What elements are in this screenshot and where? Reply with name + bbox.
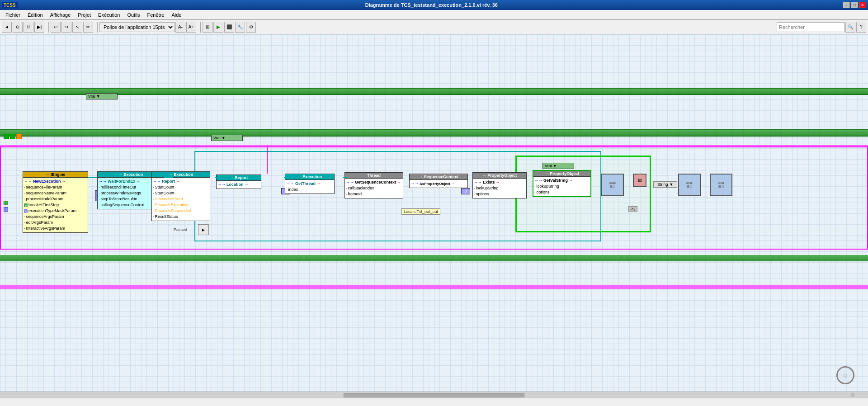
string-label: String — [657, 182, 668, 187]
iengine-row-procmodel: · processModelParam — [24, 196, 87, 202]
indicator-green-2 — [10, 134, 15, 139]
func-node-3[interactable]: ⊞/⊠⊟ □ — [710, 174, 732, 196]
iengine-row-breakfirst: F breakAtFirstStep — [24, 202, 87, 208]
vrai-control-2[interactable]: Vrai ▼ — [211, 135, 243, 141]
small-icon-right: ↗ₐ — [628, 206, 637, 212]
exec-report-row-secsus: · SecondsSuspended · — [153, 208, 209, 214]
iengine-row-newexec: →→ NewExecution → — [24, 179, 87, 184]
close-button[interactable]: ✕ — [859, 2, 866, 8]
window-controls: – □ ✕ — [843, 2, 866, 8]
pencil-button[interactable]: ✏ — [83, 22, 93, 33]
indicator-f — [4, 201, 8, 205]
tool1[interactable]: 🔧 — [235, 22, 245, 33]
fontsize-up[interactable]: A+ — [186, 22, 196, 33]
locals-label: Locals.Txt_uut_out — [401, 208, 440, 215]
diagram-canvas-area[interactable]: Vrai ▼ Vrai ▼ Vrai ▼ 0 0 -1 10 → IEngine… — [0, 34, 868, 398]
vrai-control-3[interactable]: Vrai ▼ — [542, 163, 574, 169]
report-loc-row-main: →→ Location → — [217, 182, 260, 188]
propobj-exists-body: →→ Exists → · lookupString · options — [473, 179, 526, 198]
thread-getseq-row-frameid: · frameId · — [346, 191, 402, 197]
func-node-2[interactable]: ⊞/⊠⊟ □ — [678, 174, 701, 196]
string-dropdown[interactable]: String ▼ — [653, 181, 677, 188]
titlebar: TCSS Diagramme de TCS_teststand_executio… — [0, 0, 868, 10]
select-arrow[interactable]: ► — [198, 224, 209, 235]
run-button[interactable]: ▶ — [213, 22, 223, 33]
seqctx-node[interactable]: → SequenceContext →→ AsPropertyObject → — [409, 174, 468, 188]
thread-getseq-row-main: →→ GetSequenceContext → — [346, 179, 402, 185]
exec-report-row-start2: · StartCount · — [153, 190, 209, 196]
select-button[interactable]: ↖ — [72, 22, 82, 33]
scroll-thumb[interactable] — [344, 393, 524, 397]
propobj-getval-row-main: →→ GetValString → — [534, 178, 590, 184]
stop-button[interactable]: ⬛ — [224, 22, 234, 33]
vrai2-label: Vrai — [213, 136, 221, 140]
undo-button[interactable]: ↩ — [51, 22, 61, 33]
menu-fenetre[interactable]: Fenêtre — [144, 11, 168, 19]
report-location-node[interactable]: → Report →→ Location → — [216, 175, 261, 189]
bottom-pink-band — [0, 285, 868, 289]
step-button[interactable]: ▶| — [34, 22, 44, 33]
exec-report-row-main: →→ Report → — [153, 179, 209, 184]
menu-affichage[interactable]: Affichage — [47, 11, 75, 19]
thread-getseq-node[interactable]: Thread →→ GetSequenceContext → · callSta… — [344, 172, 403, 198]
iengine-row-exectype: 0 executionTypeMaskParam — [24, 208, 87, 214]
magnifier[interactable]: ○ — [836, 366, 854, 384]
menu-edition[interactable]: Édition — [24, 11, 47, 19]
propobj-exists-row-options: · options — [474, 191, 525, 197]
vrai2-arrow: ▼ — [222, 136, 226, 140]
pink-band-top — [0, 145, 868, 147]
iengine-node[interactable]: → IEngine →→ NewExecution → · sequenceFi… — [23, 171, 88, 233]
thread-getseq-body: →→ GetSequenceContext → · callStackIndex… — [345, 179, 403, 198]
menu-fichier[interactable]: Fichier — [2, 11, 24, 19]
sep2 — [95, 22, 98, 33]
toolbar-right: 🔍 ? — [777, 22, 866, 33]
wire-exec-5 — [343, 177, 347, 178]
propobj-exists-node[interactable]: → PropertyObject →→ Exists → · lookupStr… — [472, 172, 527, 198]
thread-getseq-header: Thread — [345, 173, 403, 179]
tool2[interactable]: ⚙ — [246, 22, 256, 33]
redo-button[interactable]: ↪ — [61, 22, 71, 33]
menu-outils[interactable]: Outils — [123, 11, 143, 19]
exec-getthread-node[interactable]: → Execution →→ GetThread → · index — [285, 174, 335, 194]
numeric-const-0b: 0 — [461, 188, 470, 194]
menu-execution[interactable]: Exécution — [94, 11, 123, 19]
propobj-getval-node[interactable]: → PropertyObject →→ GetValString → · loo… — [533, 170, 591, 197]
menu-aide[interactable]: Aide — [168, 11, 185, 19]
propobj-exists-row-main: →→ Exists → — [474, 179, 525, 185]
vrai-control-1[interactable]: Vrai ▼ — [86, 93, 118, 99]
pause-button[interactable]: ⏸ — [24, 22, 33, 33]
target-button[interactable]: ⊙ — [13, 22, 23, 33]
fontsize-down[interactable]: A- — [175, 22, 185, 33]
help-button[interactable]: ? — [856, 22, 866, 33]
top-band-2 — [0, 129, 868, 137]
exec-report-row-start1: · StartCount · — [153, 184, 209, 190]
iengine-row-seqfile: · sequenceFileParam — [24, 184, 87, 190]
exec-getthread-row-main: →→ GetThread → — [286, 181, 333, 187]
search-input[interactable] — [777, 22, 844, 32]
func-node-img[interactable]: 🖼 — [633, 174, 646, 187]
menu-projet[interactable]: Projet — [74, 11, 94, 19]
func-img-label: 🖼 — [638, 179, 642, 183]
back-button[interactable]: ◄ — [2, 22, 12, 33]
maximize-button[interactable]: □ — [851, 2, 858, 8]
exec-getthread-row-index: · index — [286, 187, 333, 193]
iengine-body: →→ NewExecution → · sequenceFileParam · … — [23, 178, 88, 232]
align-button[interactable]: ⊞ — [203, 22, 212, 33]
vrai3-arrow: ▼ — [553, 164, 557, 168]
minimize-button[interactable]: – — [843, 2, 850, 8]
indicator-0 — [4, 207, 8, 212]
func3-label: ⊞/⊠⊟ □ — [718, 181, 724, 189]
func-node-1[interactable]: ⊞/⊠⊟ □ — [601, 174, 624, 196]
h-scrollbar[interactable]: ||| — [0, 392, 868, 398]
search-button[interactable]: 🔍 — [845, 22, 855, 33]
bottom-band-1 — [0, 255, 868, 261]
exec-getthread-body: →→ GetThread → · index — [285, 180, 334, 194]
statusbar — [0, 398, 868, 406]
font-select[interactable]: Police de l'application 15pts — [99, 22, 175, 32]
exec-report-body: →→ Report → · StartCount · · StartCount … — [152, 178, 210, 221]
execution-report-node[interactable]: → Execution →→ Report → · StartCount · ·… — [151, 171, 210, 221]
func1-label: ⊞/⊠⊟ □ — [609, 181, 616, 189]
sep1 — [46, 22, 49, 33]
wire-exec-1 — [88, 177, 97, 178]
wire-pink-h1 — [267, 146, 357, 147]
